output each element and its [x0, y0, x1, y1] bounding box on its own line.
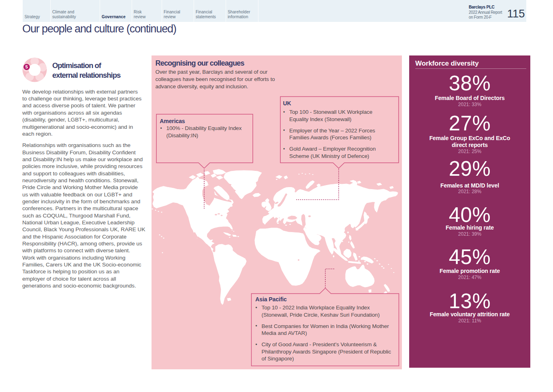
- svg-text:5: 5: [26, 64, 28, 69]
